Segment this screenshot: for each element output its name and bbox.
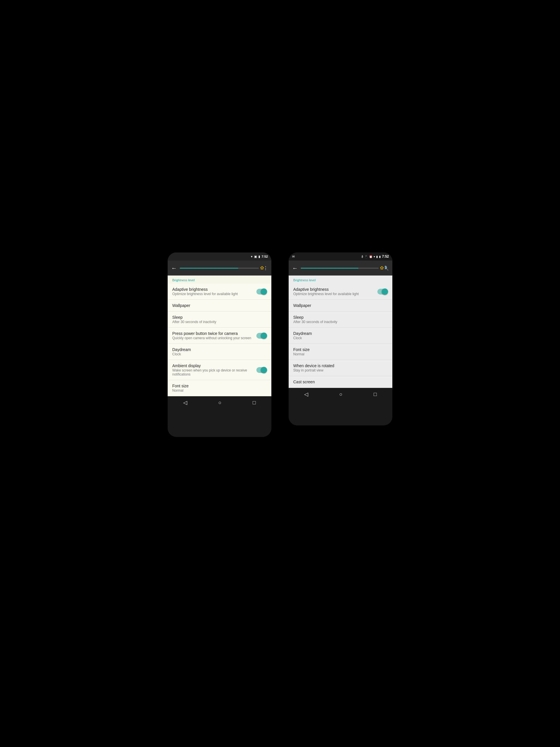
setting-text-ambient-left: Ambient display Wake screen when you pic… — [172, 363, 254, 377]
setting-daydream-left[interactable]: Daydream Clock — [168, 344, 271, 360]
setting-wallpaper-left[interactable]: Wallpaper — [168, 300, 271, 312]
nav-home-right[interactable]: ○ — [339, 391, 343, 397]
status-left-icons-right: ✉ — [292, 255, 295, 258]
nav-recents-left[interactable]: □ — [252, 400, 256, 406]
setting-wallpaper-right[interactable]: Wallpaper — [289, 300, 392, 312]
setting-title-sleep-right: Sleep — [293, 315, 388, 319]
status-time-right: 7:52 — [382, 255, 389, 258]
brightness-slider-right[interactable]: ✿ — [301, 268, 383, 268]
phone-icon-right: 📱 — [365, 255, 368, 258]
toggle-thumb-camera-left — [261, 333, 267, 339]
setting-subtitle-daydream-left: Clock — [172, 352, 267, 356]
setting-text-daydream-right: Daydream Clock — [293, 331, 388, 340]
nav-back-left[interactable]: ◁ — [183, 400, 187, 406]
toggle-adaptive-brightness-right[interactable] — [377, 289, 388, 294]
status-icons-left: ▾ ▣ ▮ 7:52 — [251, 255, 268, 258]
nav-recents-right[interactable]: □ — [374, 391, 377, 397]
wifi-icon-right: ▾ — [374, 255, 375, 258]
brightness-fill-left — [180, 268, 238, 268]
setting-text-sleep-left: Sleep After 30 seconds of inactivity — [172, 315, 267, 324]
setting-camera-button-left[interactable]: Press power button twice for camera Quic… — [168, 328, 271, 344]
setting-title-wallpaper-right: Wallpaper — [293, 303, 388, 308]
setting-title-camera-left: Press power button twice for camera — [172, 331, 254, 336]
signal-icon-right: ▮ — [376, 255, 378, 258]
setting-text-sleep-right: Sleep After 30 seconds of inactivity — [293, 315, 388, 324]
setting-font-size-left[interactable]: Font size Normal — [168, 380, 271, 396]
setting-daydream-right[interactable]: Daydream Clock — [289, 328, 392, 344]
nav-bar-right: ◁ ○ □ — [289, 388, 392, 401]
setting-text-adaptive-right: Adaptive brightness Optimize brightness … — [293, 287, 374, 296]
setting-subtitle-sleep-right: After 30 seconds of inactivity — [293, 320, 388, 324]
battery-icon: ▮ — [258, 255, 260, 258]
toggle-adaptive-brightness-left[interactable] — [257, 289, 267, 294]
status-bar-left: ▾ ▣ ▮ 7:52 — [168, 253, 271, 260]
setting-title-sleep-left: Sleep — [172, 315, 267, 319]
setting-title-daydream-right: Daydream — [293, 331, 388, 336]
setting-subtitle-daydream-right: Clock — [293, 336, 388, 340]
setting-text-camera-left: Press power button twice for camera Quic… — [172, 331, 254, 340]
phone-left: ▾ ▣ ▮ 7:52 ← ✿ ⋮ Brightness level — [168, 253, 271, 437]
brightness-thumb-left: ✿ — [259, 265, 265, 271]
sim-icon: ▣ — [254, 255, 257, 258]
setting-text-font-right: Font size Normal — [293, 347, 388, 356]
back-button-right[interactable]: ← — [292, 265, 298, 272]
setting-ambient-display-left[interactable]: Ambient display Wake screen when you pic… — [168, 360, 271, 380]
settings-content-right: Brightness level Adaptive brightness Opt… — [289, 276, 392, 388]
toggle-thumb-ambient-left — [261, 367, 267, 373]
toggle-thumb-adaptive-left — [261, 288, 267, 295]
setting-cast-screen-right[interactable]: Cast screen — [289, 376, 392, 388]
setting-subtitle-font-left: Normal — [172, 388, 267, 392]
setting-sleep-right[interactable]: Sleep After 30 seconds of inactivity — [289, 312, 392, 328]
nav-home-left[interactable]: ○ — [218, 400, 221, 406]
toolbar-left: ← ✿ ⋮ — [168, 260, 271, 276]
brightness-thumb-right: ✿ — [378, 265, 385, 271]
brightness-label-left: Brightness level — [168, 276, 271, 284]
setting-subtitle-adaptive-left: Optimize brightness level for available … — [172, 292, 254, 296]
nav-bar-left: ◁ ○ □ — [168, 396, 271, 409]
alarm-icon-right: ⏰ — [369, 255, 372, 258]
setting-text-rotation-right: When device is rotated Stay in portrait … — [293, 363, 388, 372]
email-icon-right: ✉ — [292, 255, 295, 258]
setting-text-daydream-left: Daydream Clock — [172, 347, 267, 356]
setting-title-wallpaper-left: Wallpaper — [172, 303, 267, 308]
toggle-thumb-adaptive-right — [382, 288, 388, 295]
setting-title-adaptive-right: Adaptive brightness — [293, 287, 374, 292]
setting-title-font-right: Font size — [293, 347, 388, 352]
status-time-left: 7:52 — [262, 255, 268, 258]
setting-text-font-left: Font size Normal — [172, 384, 267, 392]
setting-subtitle-rotation-right: Stay in portrait view — [293, 368, 388, 372]
status-right-icons-right: ₿ 📱 ⏰ ▾ ▮ ▮ 7:52 — [362, 255, 389, 258]
setting-title-cast-right: Cast screen — [293, 380, 388, 384]
brightness-label-right: Brightness level — [289, 276, 392, 284]
setting-rotation-right[interactable]: When device is rotated Stay in portrait … — [289, 360, 392, 376]
bluetooth-icon-right: ₿ — [362, 255, 363, 258]
setting-font-size-right[interactable]: Font size Normal — [289, 344, 392, 360]
setting-subtitle-sleep-left: After 30 seconds of inactivity — [172, 320, 267, 324]
setting-title-ambient-left: Ambient display — [172, 363, 254, 368]
brightness-fill-right — [301, 268, 358, 268]
setting-title-rotation-right: When device is rotated — [293, 363, 388, 368]
setting-subtitle-camera-left: Quickly open camera without unlocking yo… — [172, 336, 254, 340]
nav-back-right[interactable]: ◁ — [304, 391, 308, 397]
setting-subtitle-adaptive-right: Optimize brightness level for available … — [293, 292, 374, 296]
brightness-slider-left[interactable]: ✿ — [180, 268, 263, 268]
setting-text-adaptive-left: Adaptive brightness Optimize brightness … — [172, 287, 254, 296]
battery-icon-right: ▮ — [379, 255, 381, 258]
setting-sleep-left[interactable]: Sleep After 30 seconds of inactivity — [168, 312, 271, 328]
phone-right: ✉ ₿ 📱 ⏰ ▾ ▮ ▮ 7:52 ← ✿ 🔍 — [289, 253, 392, 426]
setting-title-daydream-left: Daydream — [172, 347, 267, 352]
settings-content-left: Brightness level Adaptive brightness Opt… — [168, 276, 271, 396]
toggle-ambient-left[interactable] — [257, 367, 267, 373]
setting-adaptive-brightness-left[interactable]: Adaptive brightness Optimize brightness … — [168, 284, 271, 300]
setting-text-cast-right: Cast screen — [293, 380, 388, 384]
setting-subtitle-font-right: Normal — [293, 352, 388, 356]
status-bar-right: ✉ ₿ 📱 ⏰ ▾ ▮ ▮ 7:52 — [289, 253, 392, 260]
phones-container: ▾ ▣ ▮ 7:52 ← ✿ ⋮ Brightness level — [168, 253, 392, 437]
toggle-camera-left[interactable] — [257, 333, 267, 339]
back-button-left[interactable]: ← — [171, 265, 177, 272]
wifi-icon: ▾ — [251, 255, 252, 258]
setting-text-wallpaper-left: Wallpaper — [172, 303, 267, 308]
setting-adaptive-brightness-right[interactable]: Adaptive brightness Optimize brightness … — [289, 284, 392, 300]
sun-icon-left: ✿ — [260, 265, 264, 271]
setting-title-font-left: Font size — [172, 384, 267, 388]
